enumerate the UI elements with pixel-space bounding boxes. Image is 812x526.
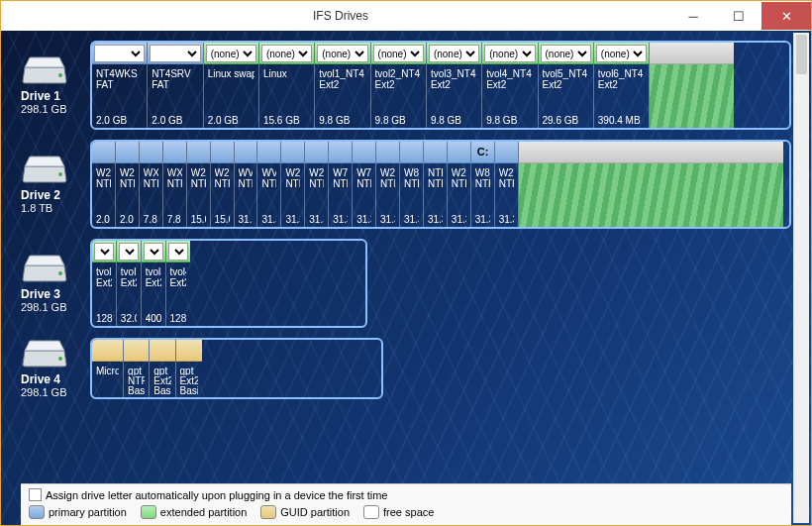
partition[interactable]: WVINTFS31.3 xyxy=(235,142,258,227)
drive-letter-select[interactable]: Q: xyxy=(144,243,163,261)
partition[interactable]: W2KNTFS2.0 xyxy=(116,142,140,227)
partition[interactable]: W2KNTFS31.3 xyxy=(376,142,400,227)
partition[interactable]: (none)tvol2_NT4Ext29.8 GB xyxy=(371,43,427,128)
maximize-button[interactable]: ☐ xyxy=(716,2,761,30)
drive-letter-select[interactable]: (none) xyxy=(541,45,591,62)
partition-name: W7_ xyxy=(356,167,371,178)
partition-body: WVINTFS31.3 xyxy=(257,163,280,227)
partition[interactable]: WXPNTFS7.8 xyxy=(163,142,187,227)
partition-header xyxy=(495,142,518,163)
partition-header: Q: xyxy=(142,241,165,263)
partition-size: Basic data p xyxy=(153,385,170,395)
partition[interactable]: NT4SRVFAT2.0 GB xyxy=(148,43,203,128)
partition[interactable]: W2KNTFS15.6 xyxy=(211,142,235,227)
partition[interactable]: gpt_vol2Ext2Basic data xyxy=(176,340,202,397)
app-window: IFS Drives ─ ☐ ✕ Drive 1298.1 GBNT4WKSFA… xyxy=(0,0,812,526)
partition[interactable]: W2KNTFS31.3 xyxy=(281,142,305,227)
partition-body: Microsoft re xyxy=(92,362,123,397)
partition-body: W7_NTFS31.3 xyxy=(329,163,352,227)
partition[interactable]: W2KNTFS2.0 xyxy=(92,142,116,227)
partition[interactable]: gpt_ntfsNTFSBasic data p xyxy=(124,340,150,397)
drive-letter-select[interactable]: (none) xyxy=(429,45,479,62)
drive-letter-select[interactable]: (none) xyxy=(261,45,312,62)
partition[interactable]: WVINTFS31.3 xyxy=(257,142,281,227)
partition-size: 2.0 GB xyxy=(152,115,198,126)
auto-assign-row[interactable]: Assign drive letter automatically upon p… xyxy=(29,488,783,501)
partition-body: gpt_vol2Ext2Basic data xyxy=(176,362,202,397)
partition[interactable]: W8_NTFS31.3 xyxy=(400,142,424,227)
partition[interactable] xyxy=(519,142,784,227)
partition-header xyxy=(650,43,733,64)
partition[interactable]: (none)tvol6_NT4Ext2390.4 MB xyxy=(594,43,650,128)
partition-fs: NTFS xyxy=(380,178,395,189)
drive-letter-select[interactable]: R: xyxy=(168,243,189,261)
drive-letter-select[interactable] xyxy=(94,45,145,62)
drive-letter-select[interactable]: (none) xyxy=(484,45,535,62)
drive-letter-select[interactable]: (none) xyxy=(596,45,647,62)
partition[interactable]: gpt_vol1Ext2Basic data p xyxy=(150,340,175,397)
partition-body: Linux swap2.0 GB xyxy=(204,64,258,128)
drive-label: Drive 4298.1 GB xyxy=(21,338,90,399)
partition[interactable]: W2KNTFS31.3 xyxy=(448,142,471,227)
drive-name: Drive 4 xyxy=(21,372,84,386)
partition[interactable]: O:tvol1Ext2128.0 GB xyxy=(92,241,117,326)
partition-size: 31.3 xyxy=(452,214,466,225)
partition-name: NTF xyxy=(428,167,443,178)
partition-header: R: xyxy=(166,241,191,263)
hard-drive-icon xyxy=(21,55,68,85)
drive-letter-select[interactable]: (none) xyxy=(317,45,367,62)
partition-header xyxy=(176,340,202,362)
drive-letter-select[interactable] xyxy=(150,45,200,62)
partition-body: WXPNTFS7.8 xyxy=(140,163,162,227)
drive-row: Drive 1298.1 GBNT4WKSFAT2.0 GBNT4SRVFAT2… xyxy=(21,41,791,130)
close-button[interactable]: ✕ xyxy=(761,2,811,30)
partition[interactable]: W2KNTFS31.3 xyxy=(305,142,329,227)
partition-name: gpt_vol1 xyxy=(153,366,170,375)
minimize-button[interactable]: ─ xyxy=(670,2,716,30)
drive-letter-select[interactable]: P: xyxy=(119,243,139,261)
partition[interactable]: R:tvol4Ext2128.0 GB xyxy=(166,241,191,326)
partition[interactable]: (none)tvol1_NT4Ext29.8 GB xyxy=(315,43,370,128)
drive-letter-select[interactable]: (none) xyxy=(373,45,424,62)
partition[interactable]: Microsoft re xyxy=(92,340,124,397)
partition-header: C: xyxy=(471,142,494,163)
partition[interactable]: W7_NTFS31.3 xyxy=(353,142,376,227)
auto-assign-checkbox[interactable] xyxy=(29,488,42,501)
partition-fs: NTFS xyxy=(285,178,300,189)
partition[interactable]: (none)Linux15.6 GB xyxy=(259,43,315,128)
partition[interactable]: W7_NTFS31.3 xyxy=(329,142,353,227)
partition-fs: Ext2 xyxy=(543,79,589,90)
partition[interactable]: (none)tvol3_NT4Ext29.8 GB xyxy=(427,43,482,128)
partition-body: WXPNTFS7.8 xyxy=(163,163,186,227)
partition-size: 15.6 xyxy=(191,214,206,225)
partition-fs: Microsoft re xyxy=(96,366,119,376)
partition-fs: NTFS xyxy=(356,178,371,189)
partition[interactable]: WXPNTFS7.8 xyxy=(140,142,163,227)
partition-strip: W2KNTFS2.0W2KNTFS2.0WXPNTFS7.8WXPNTFS7.8… xyxy=(90,140,791,229)
partition-body: W2KNTFS31.3 xyxy=(305,163,328,227)
partition[interactable]: (none)tvol4_NT4Ext29.8 GB xyxy=(482,43,538,128)
partition[interactable] xyxy=(650,43,733,128)
partition-header xyxy=(92,340,123,362)
row-spacer xyxy=(383,338,791,399)
scrollbar-thumb[interactable] xyxy=(796,35,807,74)
drive-letter-select[interactable]: (none) xyxy=(206,45,256,62)
partition[interactable]: W2KNTFS31.3 xyxy=(495,142,519,227)
drive-name: Drive 3 xyxy=(21,287,84,301)
partition[interactable]: P:tvol2Ext232.0 GB xyxy=(117,241,142,326)
partition-body: tvol1Ext2128.0 GB xyxy=(92,263,116,326)
partition[interactable]: C:W8_NTFS31.3 xyxy=(471,142,495,227)
drive-row: Drive 21.8 TBW2KNTFS2.0W2KNTFS2.0WXPNTFS… xyxy=(21,140,791,229)
partition[interactable]: NTFNTFS31.3 xyxy=(424,142,448,227)
hard-drive-icon xyxy=(21,155,68,184)
partition[interactable]: (none)Linux swap2.0 GB xyxy=(204,43,259,128)
partition[interactable]: NT4WKSFAT2.0 GB xyxy=(92,43,148,128)
drive-letter-select[interactable]: O: xyxy=(94,243,114,261)
partition[interactable]: (none)tvol5_NT4Ext229.6 GB xyxy=(539,43,594,128)
vertical-scrollbar[interactable] xyxy=(793,33,809,523)
partition-body: tvol2_NT4Ext29.8 GB xyxy=(371,64,426,128)
titlebar[interactable]: IFS Drives ─ ☐ ✕ xyxy=(1,1,811,31)
partition[interactable]: Q:tvol3Ext2400.0 MB xyxy=(142,241,166,326)
partition[interactable]: W2KNTFS15.6 xyxy=(187,142,211,227)
hard-drive-icon xyxy=(21,339,68,368)
